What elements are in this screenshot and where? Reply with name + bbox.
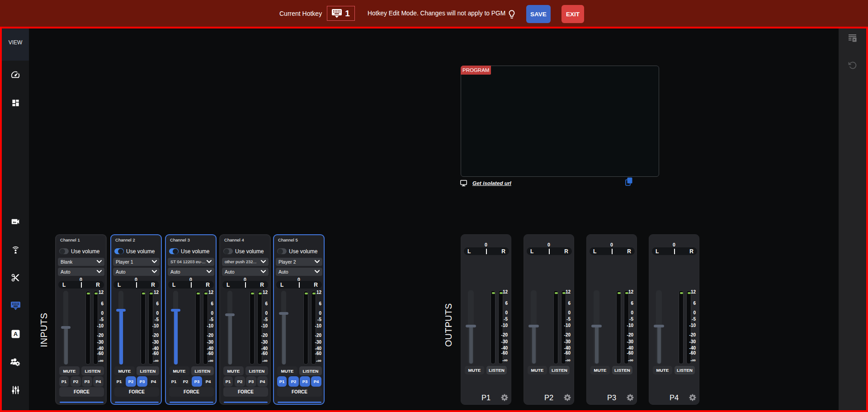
svg-text:A: A xyxy=(13,331,18,337)
